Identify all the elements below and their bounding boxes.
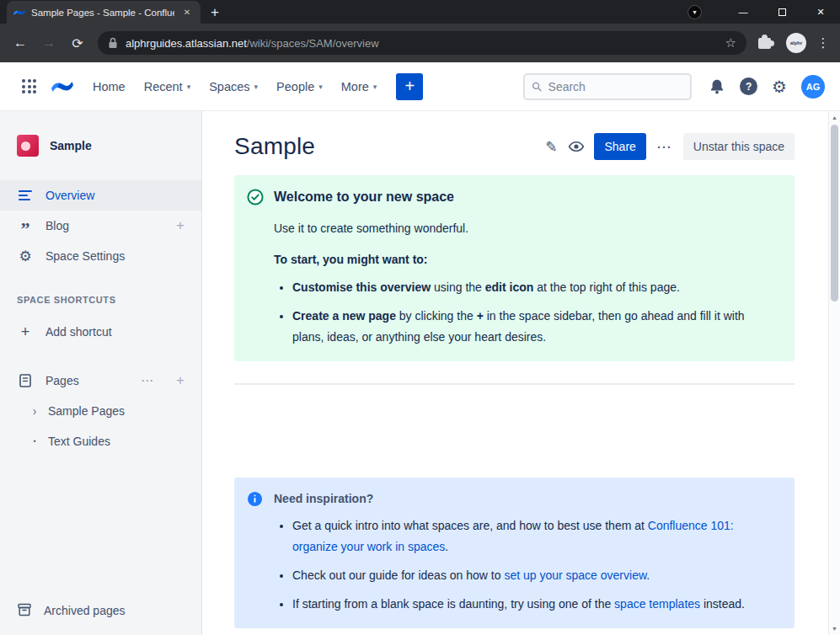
nav-home-label: Home <box>93 80 126 93</box>
vertical-scrollbar[interactable]: ▲ ▼ <box>828 111 840 635</box>
confluence-logo-icon[interactable] <box>51 76 73 98</box>
window-close-button[interactable]: ✕ <box>801 0 840 24</box>
inspiration-bullet-list: Get a quick intro into what spaces are, … <box>292 515 778 615</box>
check-circle-icon <box>247 189 264 205</box>
watch-eye-icon[interactable] <box>564 134 589 159</box>
window-maximize-button[interactable] <box>762 0 801 24</box>
nav-recent-label: Recent <box>144 80 183 93</box>
tree-item-text-guides[interactable]: • Text Guides <box>0 426 201 456</box>
tree-item-label: Sample Pages <box>48 404 125 418</box>
sidebar-item-pages[interactable]: Pages ⋯ + <box>0 366 201 396</box>
welcome-title: Welcome to your new space <box>274 188 778 206</box>
share-button[interactable]: Share <box>594 133 645 160</box>
text-segment: at the top right of this page. <box>533 280 680 294</box>
reload-button[interactable]: ⟳ <box>64 29 91 56</box>
page-content: Sample ✎ Share ⋯ Unstar this space <box>202 111 840 635</box>
pages-section: Pages ⋯ + › Sample Pages • Text Guides <box>0 366 201 456</box>
page-header: Sample ✎ Share ⋯ Unstar this space <box>234 131 795 162</box>
browser-window: Sample Pages - Sample - Conflue ✕ + ▾ — … <box>0 0 840 635</box>
tab-search-icon[interactable]: ▾ <box>688 5 702 19</box>
text-segment: . <box>646 568 650 582</box>
tab-close-icon[interactable]: ✕ <box>180 6 194 19</box>
chevron-down-icon: ▾ <box>318 83 323 91</box>
bullet-icon: • <box>30 437 39 446</box>
text-segment: instead. <box>700 597 745 611</box>
url-domain: alphrguides.atlassian.net <box>126 37 247 50</box>
sidebar-item-label: Blog <box>45 219 69 232</box>
overview-icon <box>17 188 34 203</box>
chevron-down-icon: ▾ <box>254 83 259 91</box>
add-page-icon[interactable]: + <box>176 372 185 389</box>
tree-item-sample-pages[interactable]: › Sample Pages <box>0 396 201 426</box>
user-avatar[interactable]: AG <box>801 75 825 99</box>
inline-link[interactable]: set up your space overview <box>504 568 646 582</box>
nav-more[interactable]: More ▾ <box>332 73 387 100</box>
new-tab-button[interactable]: + <box>201 1 229 24</box>
chevron-down-icon: ▾ <box>373 83 377 91</box>
app-switcher-icon[interactable] <box>15 72 43 100</box>
text-segment: edit icon <box>485 280 534 294</box>
settings-gear-icon[interactable]: ⚙ <box>772 78 787 95</box>
welcome-intro: Use it to create something wonderful. <box>274 219 778 237</box>
space-header[interactable]: Sample <box>0 111 201 180</box>
chevron-down-icon: ▾ <box>187 83 191 91</box>
scroll-up-icon[interactable]: ▲ <box>829 111 840 124</box>
welcome-bullet-list: Customise this overview using the edit i… <box>292 277 778 348</box>
scrollbar-thumb[interactable] <box>831 125 838 301</box>
bookmark-star-icon[interactable]: ☆ <box>725 35 736 51</box>
pages-more-icon[interactable]: ⋯ <box>141 373 154 388</box>
space-sidebar: Sample Overview ” Blog + ⚙ S <box>0 111 202 635</box>
info-circle-icon <box>247 491 264 508</box>
sidebar-item-blog[interactable]: ” Blog + <box>0 211 201 241</box>
archived-pages-label: Archived pages <box>44 604 126 617</box>
edit-pencil-icon[interactable]: ✎ <box>538 134 564 159</box>
sidebar-item-label: Space Settings <box>45 249 125 263</box>
global-search[interactable] <box>523 73 692 100</box>
welcome-bullet: Customise this overview using the edit i… <box>292 277 778 298</box>
browser-profile-avatar[interactable]: alphr <box>786 33 806 53</box>
nav-recent[interactable]: Recent ▾ <box>135 73 200 100</box>
window-minimize-button[interactable]: — <box>724 0 762 24</box>
text-segment: If starting from a blank space is daunti… <box>292 597 614 611</box>
sidebar-item-space-settings[interactable]: ⚙ Space Settings <box>0 241 201 271</box>
pages-label: Pages <box>45 374 79 387</box>
text-segment: . <box>445 540 448 553</box>
archive-box-icon <box>17 602 32 620</box>
pages-book-icon <box>17 373 34 388</box>
archived-pages-button[interactable]: Archived pages <box>0 595 201 627</box>
welcome-start-heading: To start, you might want to: <box>274 250 778 269</box>
help-icon[interactable]: ? <box>740 77 757 95</box>
welcome-panel: Welcome to your new space Use it to crea… <box>234 175 795 361</box>
address-bar[interactable]: alphrguides.atlassian.net/wiki/spaces/SA… <box>98 31 746 55</box>
add-blog-icon[interactable]: + <box>176 217 185 234</box>
add-shortcut-button[interactable]: + Add shortcut <box>0 317 201 347</box>
nav-spaces[interactable]: Spaces ▾ <box>200 73 267 100</box>
inspiration-panel: Need inspiration? Get a quick intro into… <box>234 478 795 628</box>
sidebar-item-overview[interactable]: Overview <box>0 180 201 211</box>
browser-menu-icon[interactable]: ⋮ <box>813 35 833 51</box>
page-more-icon[interactable]: ⋯ <box>651 134 677 159</box>
text-segment: Check out our guide for ideas on how to <box>292 568 504 582</box>
url-text: alphrguides.atlassian.net/wiki/spaces/SA… <box>126 37 718 50</box>
scroll-down-icon[interactable]: ▼ <box>829 622 840 635</box>
search-input[interactable] <box>548 80 684 93</box>
welcome-bullet: Create a new page by clicking the + in t… <box>292 306 778 348</box>
space-name: Sample <box>50 139 92 152</box>
text-segment: Get a quick intro into what spaces are, … <box>292 519 648 532</box>
browser-toolbar: ← → ⟳ alphrguides.atlassian.net/wiki/spa… <box>0 24 840 62</box>
forward-button[interactable]: → <box>35 29 62 56</box>
space-logo-icon <box>17 135 39 157</box>
unstar-space-button[interactable]: Unstar this space <box>683 133 795 160</box>
nav-home[interactable]: Home <box>83 73 135 100</box>
sidebar-item-label: Overview <box>45 189 94 202</box>
nav-people[interactable]: People ▾ <box>267 73 332 100</box>
notifications-icon[interactable] <box>709 78 725 95</box>
text-segment: Customise this overview <box>292 280 431 294</box>
extensions-icon[interactable] <box>758 38 771 49</box>
back-button[interactable]: ← <box>7 29 34 56</box>
browser-tab[interactable]: Sample Pages - Sample - Conflue ✕ <box>7 1 201 24</box>
inline-link[interactable]: space templates <box>614 597 700 611</box>
lock-icon <box>108 37 118 49</box>
create-button[interactable]: + <box>396 73 423 100</box>
chevron-right-icon[interactable]: › <box>30 404 39 418</box>
